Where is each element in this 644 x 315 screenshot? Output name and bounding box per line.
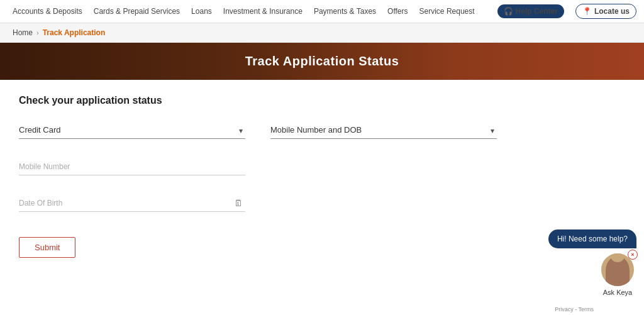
dropdown-row: Credit Card Debit Card Prepaid Card Mobi… [19, 121, 547, 139]
nav-offers[interactable]: Offers [387, 7, 408, 16]
nav-service-request[interactable]: Service Request [419, 7, 475, 16]
page-title: Track Application Status [245, 54, 399, 68]
chat-widget: Hi! Need some help? × Ask Keya [548, 229, 636, 277]
chat-avatar-wrap[interactable]: × [600, 252, 635, 277]
top-navigation: Accounts & Deposits Cards & Prepaid Serv… [0, 0, 644, 23]
mobile-input[interactable] [19, 158, 245, 175]
breadcrumb-separator: › [36, 29, 39, 36]
nav-loans[interactable]: Loans [191, 7, 212, 16]
verify-by-group: Mobile Number and DOB Email and DOB [270, 121, 497, 139]
card-type-select[interactable]: Credit Card Debit Card Prepaid Card [19, 121, 245, 139]
dob-input[interactable] [19, 194, 245, 212]
locate-us-button[interactable]: 📍 Locate us [575, 4, 636, 19]
nav-payments-taxes[interactable]: Payments & Taxes [314, 7, 376, 16]
nav-investment-insurance[interactable]: Investment & Insurance [223, 7, 303, 16]
submit-button[interactable]: Submit [19, 237, 75, 258]
verify-by-select-wrapper: Mobile Number and DOB Email and DOB [270, 121, 497, 139]
breadcrumb-current: Track Application [43, 28, 106, 37]
section-title: Check your application status [19, 95, 547, 106]
chat-close-button[interactable]: × [628, 250, 638, 260]
mobile-row [19, 158, 547, 175]
card-type-select-wrapper: Credit Card Debit Card Prepaid Card [19, 121, 245, 139]
dob-row: 🗓 [19, 194, 547, 212]
dob-wrapper: 🗓 [19, 194, 245, 212]
main-content: Check your application status Credit Car… [0, 80, 566, 277]
card-type-group: Credit Card Debit Card Prepaid Card [19, 121, 245, 139]
chat-bubble[interactable]: Hi! Need some help? [548, 229, 636, 248]
mobile-group [19, 158, 245, 175]
dob-group: 🗓 [19, 194, 245, 212]
location-icon: 📍 [582, 7, 592, 16]
headset-icon: 🎧 [504, 7, 513, 16]
page-banner: Track Application Status [0, 43, 644, 80]
nav-accounts-deposits[interactable]: Accounts & Deposits [13, 7, 82, 16]
breadcrumb-home[interactable]: Home [13, 28, 33, 37]
avatar-figure [606, 256, 630, 277]
help-center-button[interactable]: 🎧 Help Center [497, 4, 564, 18]
verify-by-select[interactable]: Mobile Number and DOB Email and DOB [270, 121, 497, 139]
breadcrumb: Home › Track Application [0, 23, 644, 43]
nav-cards-prepaid[interactable]: Cards & Prepaid Services [94, 7, 180, 16]
